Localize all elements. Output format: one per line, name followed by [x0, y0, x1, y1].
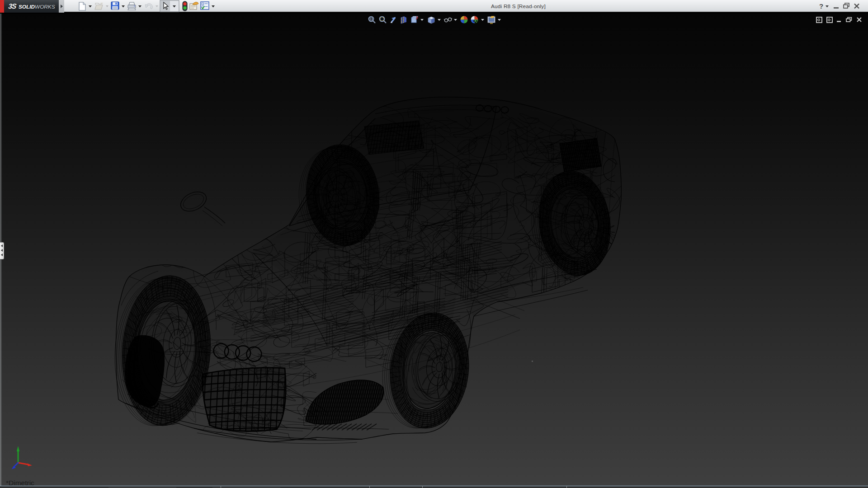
- svg-text:WORKS: WORKS: [35, 4, 55, 10]
- svg-text:SOLID: SOLID: [19, 4, 35, 10]
- svg-text:3S: 3S: [8, 3, 17, 10]
- svg-text:?: ?: [819, 2, 823, 10]
